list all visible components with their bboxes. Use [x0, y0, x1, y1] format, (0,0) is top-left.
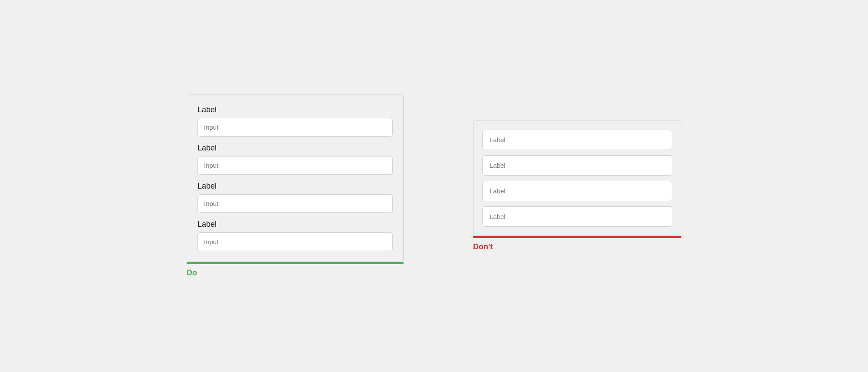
form-group-4: Label	[197, 220, 393, 251]
dont-input-4[interactable]	[482, 206, 672, 227]
form-group-1: Label	[197, 105, 393, 137]
do-example: Label Label Label Label Do	[187, 95, 404, 277]
dont-example: Don't	[473, 121, 681, 251]
field-input-2[interactable]	[197, 156, 393, 175]
field-input-1[interactable]	[197, 118, 393, 137]
form-group-3: Label	[197, 182, 393, 213]
do-indicator-bar	[187, 262, 404, 264]
dont-input-1[interactable]	[482, 130, 672, 150]
field-label-3: Label	[197, 182, 393, 191]
form-group-2: Label	[197, 144, 393, 175]
field-label-2: Label	[197, 144, 393, 153]
dont-card	[473, 121, 681, 236]
field-input-4[interactable]	[197, 232, 393, 251]
dont-input-3[interactable]	[482, 181, 672, 201]
field-label-4: Label	[197, 220, 393, 229]
field-label-1: Label	[197, 105, 393, 114]
field-input-3[interactable]	[197, 194, 393, 213]
dont-indicator-bar	[473, 236, 681, 238]
dont-label: Don't	[473, 242, 493, 251]
dont-input-2[interactable]	[482, 155, 672, 176]
do-card: Label Label Label Label	[187, 95, 404, 262]
do-label: Do	[187, 268, 197, 277]
